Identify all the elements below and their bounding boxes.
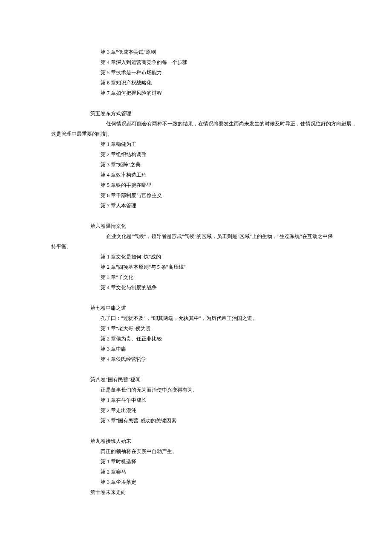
chapter-item: 第 2 章侯为贵、任正非比较 <box>51 334 366 344</box>
chapter-item: 第 4 章文化与制度的战争 <box>51 282 366 293</box>
section-title-vol9: 第九卷接班人始末 <box>51 436 366 446</box>
chapter-item: 第 1 章文化是如何"炼"成的 <box>51 252 366 262</box>
chapter-item: 第 1 章时机选择 <box>51 456 366 467</box>
chapter-item: 第 4 章侯氏经营哲学 <box>51 354 366 364</box>
chapter-item: 第 2 章"四项基本原则"与 5 条"高压线" <box>51 262 366 272</box>
chapter-item: 第 5 章铁的手腕在哪里 <box>51 180 366 190</box>
section-desc-cont: 这是管理中最重要的时刻。 <box>0 129 392 139</box>
section-title-vol8: 第八卷"国有民营"秘闻 <box>51 375 366 385</box>
chapter-item: 第 3 章"低成本尝试"原则 <box>51 47 366 57</box>
chapter-item: 第 7 章人本管理 <box>51 200 366 211</box>
chapter-item: 第 1 章在斗争中成长 <box>51 395 366 405</box>
chapter-item: 第 3 章"国有民营"成功的关键因素 <box>51 416 366 426</box>
chapter-item: 第 3 章中庸 <box>51 344 366 354</box>
chapter-item: 第 2 章组织结构调整 <box>51 149 366 160</box>
chapter-item: 第 6 章知识产权战略化 <box>51 78 366 88</box>
chapter-item: 第 4 章深入到运营商竞争的每一个步骤 <box>51 57 366 67</box>
chapter-item: 第 4 章效率构造工程 <box>51 170 366 180</box>
section-desc-cont: 持平衡。 <box>0 241 392 252</box>
chapter-item: 第 3 章"矩阵"之美 <box>51 160 366 170</box>
section-desc: 企业文化是"气候"，领导者是形成"气候"的区域，员工则是"区域"上的生物，"生态… <box>51 231 366 241</box>
section-desc-inline: 正是董事长们的无为而治使中兴变得有为。 <box>51 385 366 395</box>
chapter-item: 第 1 章"老大哥"侯为贵 <box>51 323 366 334</box>
section-title-vol7: 第七卷中庸之道 <box>51 303 366 313</box>
chapter-item: 第 7 章如何把握风险的过程 <box>51 88 366 98</box>
section-desc-inline: 孔子曰："过犹不及"，"叩其两端，允执其中"，为历代帝王治国之道。 <box>51 313 366 323</box>
chapter-item: 第 2 章赛马 <box>51 467 366 477</box>
chapter-item: 第 6 章干部制度与官僚主义 <box>51 190 366 200</box>
chapter-item: 第 3 章尘埃落定 <box>51 477 366 487</box>
section-title-vol6: 第六卷温情文化 <box>51 221 366 231</box>
section-title-vol5: 第五卷东方式管理 <box>51 108 366 119</box>
section-title-vol10: 第十卷未来走向 <box>51 487 366 497</box>
chapter-item: 第 3 章"子文化" <box>51 272 366 282</box>
chapter-item: 第 1 章稳健为王 <box>51 139 366 149</box>
chapter-item: 第 2 章走出混沌 <box>51 405 366 416</box>
section-desc: 任何情况都可能会有两种不一致的结果，在情况将要发生而尚未发生的时候及时导正，使情… <box>51 119 366 129</box>
section-desc-inline: 真正的领袖将在实践中自动产生。 <box>51 446 366 456</box>
document-content: 第 3 章"低成本尝试"原则 第 4 章深入到运营商竞争的每一个步骤 第 5 章… <box>0 47 392 129</box>
chapter-item: 第 5 章技术是一种市场能力 <box>51 67 366 78</box>
